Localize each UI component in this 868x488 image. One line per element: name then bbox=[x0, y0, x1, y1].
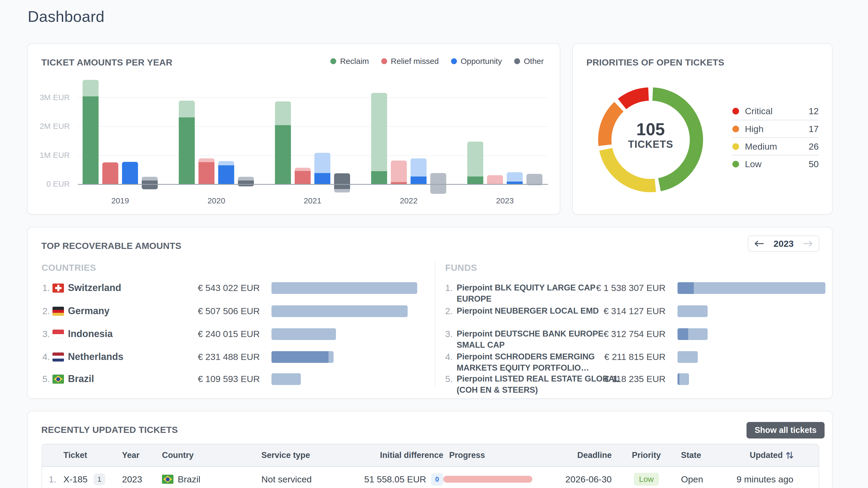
bar-segment bbox=[238, 177, 254, 181]
column-header-service-type[interactable]: Service type bbox=[261, 451, 342, 460]
priority-value: 50 bbox=[809, 159, 819, 169]
bar-segment bbox=[467, 142, 483, 176]
donut-segment-critical[interactable] bbox=[622, 94, 648, 104]
column-header-updated[interactable]: Updated bbox=[723, 451, 819, 460]
fund-amount-bar bbox=[678, 328, 708, 340]
priorities-title: PRIORITIES OF OPEN TICKETS bbox=[586, 57, 724, 68]
bar-reclaim bbox=[467, 142, 483, 184]
fund-name: Pierpoint NEUBERGER LOCAL EMD bbox=[457, 306, 599, 316]
column-header-deadline[interactable]: Deadline bbox=[562, 451, 612, 460]
priority-dot-low bbox=[733, 161, 739, 167]
priority-badge: Low bbox=[634, 473, 659, 486]
fund-name: EUROPE bbox=[457, 294, 492, 304]
fund-amount-bar bbox=[678, 351, 698, 363]
x-axis-label: 2021 bbox=[297, 196, 329, 205]
fund-name: SMALL CAP bbox=[457, 340, 505, 350]
y-axis-label: 3M EUR bbox=[28, 93, 70, 102]
bar-opportunity bbox=[218, 161, 234, 184]
bar-dark-part bbox=[678, 373, 679, 385]
fund-amount: € 1 538 307 EUR bbox=[582, 283, 665, 293]
fund-rank: 1. bbox=[445, 283, 453, 293]
bar-segment bbox=[314, 173, 330, 184]
bar-dark-part bbox=[272, 351, 329, 363]
show-all-tickets-button[interactable]: Show all tickets bbox=[746, 422, 825, 438]
country-amount: € 507 506 EUR bbox=[172, 306, 260, 316]
donut-center: 105 TICKETS bbox=[611, 121, 690, 151]
ticket-count-badge: 1 bbox=[94, 474, 105, 485]
top-recoverable-rows: 1.Switzerland€ 543 022 EUR2.Germany€ 507… bbox=[28, 227, 832, 398]
sort-icon[interactable] bbox=[786, 451, 794, 459]
country-name: Brazil bbox=[68, 373, 94, 384]
bar-segment bbox=[83, 96, 99, 184]
fund-amount: € 211 815 EUR bbox=[582, 352, 665, 362]
x-axis-label: 2020 bbox=[200, 196, 232, 205]
country-name: Switzerland bbox=[68, 282, 121, 293]
country-name: Indonesia bbox=[68, 328, 113, 339]
nl-flag-icon bbox=[53, 353, 64, 362]
cell-initial-difference: 51 558.05 EUR0 bbox=[342, 473, 443, 486]
country-amount-bar bbox=[272, 305, 408, 317]
bar-segment bbox=[507, 172, 523, 182]
cell-service-type: Not serviced bbox=[261, 474, 342, 485]
priority-legend-row: Critical12 bbox=[733, 102, 819, 120]
fund-name: MARKETS EQUITY PORTFOLIO… bbox=[457, 363, 589, 373]
country-amount-bar bbox=[272, 351, 334, 363]
bar-segment bbox=[198, 162, 214, 184]
bar-relief-missed bbox=[294, 168, 311, 184]
top-recoverable-card: TOP RECOVERABLE AMOUNTS 2023 COUNTRIES F… bbox=[27, 227, 833, 399]
column-header-progress[interactable]: Progress bbox=[443, 451, 562, 460]
bar-segment bbox=[371, 171, 387, 184]
tickets-table-header: TicketYearCountryService typeInitial dif… bbox=[42, 444, 819, 467]
bar-opportunity bbox=[507, 172, 523, 184]
table-row[interactable]: 1.X-18512023BrazilNot serviced51 558.05 … bbox=[42, 467, 819, 488]
page-title: Dashboard bbox=[28, 7, 104, 25]
cell-year: 2023 bbox=[122, 474, 162, 485]
column-header-priority[interactable]: Priority bbox=[612, 451, 681, 460]
column-header-ticket[interactable]: Ticket bbox=[63, 451, 122, 460]
bar-other bbox=[430, 173, 446, 194]
fund-rank: 4. bbox=[445, 352, 453, 362]
cell-ticket: X-1851 bbox=[63, 474, 122, 485]
country-name: Germany bbox=[68, 305, 110, 317]
grid-line bbox=[78, 97, 548, 98]
bar-segment bbox=[142, 181, 158, 190]
br-flag-icon bbox=[162, 475, 174, 484]
column-header-state[interactable]: State bbox=[681, 451, 723, 460]
bar-segment bbox=[238, 181, 254, 186]
priorities-legend: Critical12High17Medium26Low50 bbox=[733, 102, 819, 172]
fund-name: (COH EN & STEERS) bbox=[457, 385, 538, 395]
column-header-initial-difference[interactable]: Initial difference bbox=[342, 451, 443, 460]
country-rank: 2. bbox=[42, 306, 50, 316]
id-flag-icon bbox=[53, 330, 64, 339]
bar-relief-missed bbox=[198, 158, 214, 184]
fund-amount-bar bbox=[678, 373, 689, 385]
column-header-year[interactable]: Year bbox=[122, 451, 162, 460]
priority-label: Medium bbox=[745, 141, 777, 152]
country-rank: 1. bbox=[42, 283, 50, 293]
bar-reclaim bbox=[179, 101, 195, 184]
country-amount-bar bbox=[272, 373, 301, 385]
bar-segment bbox=[487, 175, 503, 184]
priority-label: High bbox=[745, 124, 764, 134]
bar-dark-part bbox=[678, 328, 688, 340]
progress-bar bbox=[443, 476, 532, 483]
bar-segment bbox=[294, 171, 311, 184]
recently-updated-title: RECENTLY UPDATED TICKETS bbox=[41, 425, 178, 435]
fund-amount: € 314 127 EUR bbox=[582, 306, 665, 316]
fund-name: Pierpoint BLK EQUITY LARGE CAP bbox=[457, 283, 595, 293]
country-name: Netherlands bbox=[68, 351, 123, 362]
x-axis-label: 2023 bbox=[489, 196, 521, 205]
fund-amount-bar bbox=[678, 282, 825, 294]
priority-legend-row: Medium26 bbox=[733, 137, 819, 155]
cell-priority: Low bbox=[612, 473, 681, 486]
priority-label: Low bbox=[745, 159, 762, 169]
bar-segment bbox=[218, 165, 234, 184]
bar-segment bbox=[83, 80, 99, 96]
priority-value: 26 bbox=[809, 141, 819, 152]
country-amount: € 231 488 EUR bbox=[172, 352, 260, 362]
fund-rank: 3. bbox=[445, 329, 453, 339]
column-header-country[interactable]: Country bbox=[162, 451, 261, 460]
donut-segment-medium[interactable] bbox=[606, 149, 655, 186]
bar-segment bbox=[410, 176, 427, 184]
br-flag-icon bbox=[53, 375, 64, 384]
